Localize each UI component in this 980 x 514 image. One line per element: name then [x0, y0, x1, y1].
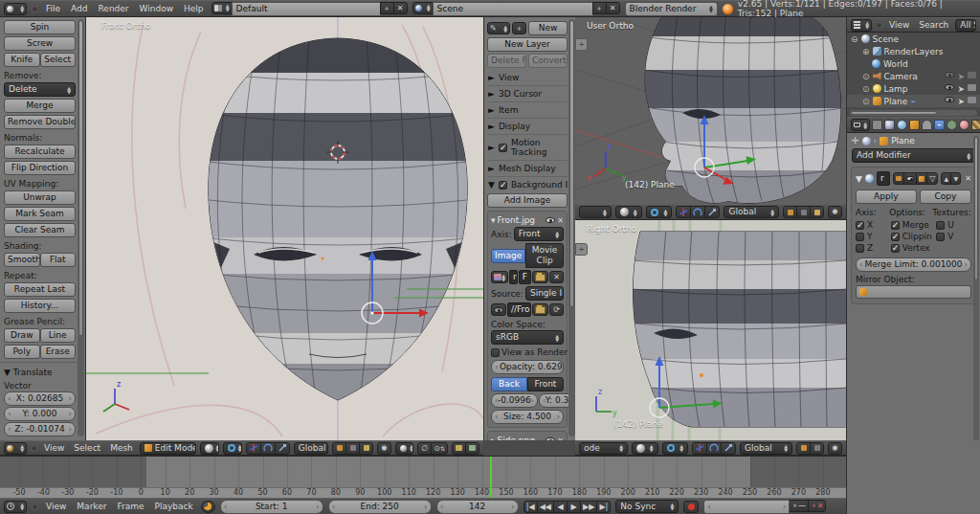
translate-x-field[interactable]: X: 0.02685	[4, 391, 76, 406]
insert-keyframe-key-icon[interactable]: ⚬—	[789, 500, 809, 512]
expand-icon[interactable]: ⊖	[851, 34, 858, 44]
layer-button-2[interactable]	[345, 442, 360, 455]
outliner-filter-dropdown[interactable]: All Scenes	[955, 19, 976, 32]
texture-u-checkbox[interactable]	[936, 221, 945, 230]
preview-range-clock-icon[interactable]	[201, 501, 215, 513]
tool-shelf-scrollbar-thumb[interactable]	[78, 20, 83, 336]
merge-limit-field[interactable]: Merge Limit: 0.001000	[856, 257, 971, 272]
modifier-expand-icon[interactable]: ▼	[856, 174, 862, 184]
outliner-row-camera[interactable]: ⊙ Camera ➤	[847, 70, 980, 82]
n-panel-scrollbar-thumb[interactable]	[569, 20, 574, 307]
path-browse-icon[interactable]	[532, 303, 548, 316]
snap-element-dropdown[interactable]: ▲▼	[395, 442, 413, 455]
panel-3d-cursor[interactable]: ►3D Cursor	[487, 86, 568, 102]
collapse-menus-icon[interactable]	[31, 445, 37, 452]
view-as-render-checkbox[interactable]	[491, 348, 500, 357]
select-button[interactable]: Select	[40, 53, 77, 67]
image-datablock-icon[interactable]: ▲▼	[491, 271, 508, 283]
mirror-y-checkbox[interactable]	[856, 233, 864, 241]
open-image-icon[interactable]	[532, 271, 548, 283]
translate-manipulator-icon[interactable]	[676, 206, 691, 218]
tab-world-icon[interactable]	[897, 120, 907, 130]
timeline-ruler[interactable]: -50-40-30-20-100102030405060708090100110…	[0, 487, 846, 498]
panel-mesh-display[interactable]: ►Mesh Display	[487, 161, 568, 177]
gp-delete-frame-button[interactable]: Delete Frame	[487, 54, 526, 68]
repeat-last-button[interactable]: Repeat Last	[4, 282, 76, 297]
viewport-front[interactable]: z Front Ortho	[86, 17, 483, 440]
timeline-track-area[interactable]	[0, 457, 846, 487]
delete-dropdown[interactable]: Delete ▲▼	[4, 82, 76, 97]
properties-scrollbar-thumb[interactable]	[974, 137, 978, 280]
plane-selectable-cursor-icon[interactable]: ➤	[957, 97, 965, 106]
pivot-point-dropdown[interactable]: ▲▼	[662, 442, 689, 455]
proportional-edit-icon[interactable]: ✺	[828, 206, 842, 218]
layer-button-3[interactable]	[810, 206, 824, 218]
sync-mode-dropdown[interactable]: No Sync ▲▼	[615, 500, 679, 513]
proportional-edit-icon[interactable]: ✺	[377, 442, 391, 455]
expand-icon[interactable]: ⊙	[862, 84, 870, 94]
viewport-user[interactable]: zy x User Ortho (142) Plane ＋	[575, 17, 846, 204]
mark-seam-button[interactable]: Mark Seam	[4, 207, 76, 221]
play-button[interactable]: ▶	[567, 501, 581, 513]
layer-button-2[interactable]	[796, 206, 811, 218]
mode-dropdown-truncated[interactable]: ode ▲▼	[579, 442, 628, 455]
add-image-button[interactable]: Add Image	[487, 193, 568, 208]
keying-set-field[interactable]	[703, 500, 790, 514]
pivot-point-dropdown[interactable]: ▲▼	[646, 206, 673, 218]
mesh-menu[interactable]: Mesh	[107, 443, 136, 453]
prev-keyframe-button[interactable]: ◀◀	[537, 501, 554, 513]
outliner-row-plane[interactable]: ⊙ Plane ⌁ ➤	[847, 95, 980, 107]
delete-modifier-icon[interactable]: ✕	[965, 174, 971, 183]
outliner-row-lamp[interactable]: ⊙ Lamp ➤	[847, 82, 980, 95]
layer-button-3[interactable]	[359, 442, 373, 455]
panel-view[interactable]: ►View	[487, 70, 568, 86]
tab-texture-icon[interactable]	[971, 120, 980, 130]
outliner-row-renderlayers[interactable]: ⊕ RenderLayers	[847, 45, 980, 57]
front-toggle[interactable]: Front	[527, 377, 564, 391]
editor-type-properties-button[interactable]: ▲▼	[851, 119, 870, 131]
fake-user-button[interactable]: F	[519, 270, 531, 284]
outliner-view-menu[interactable]: View	[886, 20, 912, 30]
pin-icon[interactable]: ✛	[852, 136, 859, 145]
lamp-selectable-cursor-icon[interactable]: ➤	[957, 84, 965, 94]
front-image-close-icon[interactable]: ✕	[557, 216, 564, 225]
pivot-point-dropdown[interactable]: ▲▼	[223, 442, 242, 455]
tool-shelf-scrollbar[interactable]	[78, 19, 84, 436]
smooth-button[interactable]: Smooth	[4, 253, 40, 267]
panel-display[interactable]: ►Display	[487, 119, 568, 135]
side-image-close-icon[interactable]: ✕	[557, 436, 564, 441]
merge-checkbox[interactable]	[891, 221, 900, 230]
camera-renderable-icon[interactable]	[968, 72, 976, 78]
play-reverse-button[interactable]: ◀	[553, 501, 568, 513]
gp-line-button[interactable]: Line	[40, 328, 77, 343]
image-name-field[interactable]: ront.jpg	[509, 270, 518, 284]
scene-selector-icon[interactable]: ▲▼	[412, 2, 434, 14]
history-button[interactable]: History...	[4, 299, 76, 313]
scene-field[interactable]: Scene	[433, 2, 593, 16]
image-pack-icon[interactable]	[491, 303, 506, 316]
side-image-expand-icon[interactable]: ▸	[491, 436, 496, 440]
next-keyframe-button[interactable]: ▶▶	[580, 501, 597, 513]
source-dropdown[interactable]: Single Image ▲▼	[525, 286, 564, 301]
tab-material-icon[interactable]	[959, 120, 969, 130]
select-menu[interactable]: Select	[71, 443, 103, 453]
clipping-checkbox[interactable]	[891, 233, 900, 241]
display-realtime-eye-icon[interactable]	[903, 172, 917, 185]
start-frame-field[interactable]: Start: 1	[220, 500, 323, 514]
flat-button[interactable]: Flat	[40, 253, 77, 267]
n-panel-scrollbar[interactable]	[568, 19, 575, 436]
camera-selectable-cursor-icon[interactable]: ➤	[957, 72, 965, 81]
timeline-view-menu[interactable]: View	[43, 502, 69, 511]
front-image-eye-icon[interactable]	[546, 217, 555, 223]
collapse-menus-icon[interactable]	[32, 6, 38, 12]
vertex-groups-checkbox[interactable]	[891, 244, 900, 253]
delete-scene-button[interactable]: ✕	[606, 2, 620, 14]
translate-manipulator-icon[interactable]	[246, 442, 261, 455]
opengl-render-icon[interactable]	[452, 442, 466, 455]
outliner-row-scene[interactable]: ⊖ Scene	[847, 33, 980, 45]
display-cage-icon[interactable]: ▽	[926, 172, 938, 185]
tab-object-icon[interactable]	[909, 120, 920, 130]
unlink-image-icon[interactable]: ✕	[549, 271, 564, 283]
menu-add[interactable]: Add	[68, 4, 90, 13]
mode-dropdown[interactable]: Edit Mode ▲▼	[140, 442, 196, 455]
